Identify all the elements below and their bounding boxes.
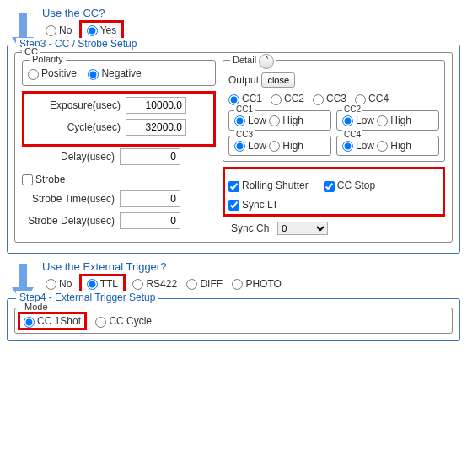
output-cc1[interactable]: CC1	[228, 93, 262, 104]
trigger-photo[interactable]: PHOTO	[232, 278, 281, 290]
cc3-high[interactable]: High	[269, 140, 303, 152]
mode-box: Mode CC 1Shot CC Cycle	[14, 308, 453, 333]
cc3-box: CC3 Low High	[228, 136, 331, 156]
strobe-delay-input[interactable]	[120, 212, 180, 229]
mode-legend: Mode	[22, 302, 51, 312]
exposure-cycle-highlight: Exposure(usec) Cycle(usec)	[22, 91, 216, 147]
cycle-label: Cycle(usec)	[28, 121, 121, 133]
use-cc-no[interactable]: No	[46, 24, 72, 36]
strobe-time-label: Strobe Time(usec)	[22, 193, 115, 205]
checks-highlight: Rolling Shutter CC Stop Sync LT	[223, 167, 445, 217]
use-ext-trigger-question: Use the External Trigger?	[42, 260, 467, 273]
output-cc3[interactable]: CC3	[313, 93, 346, 104]
detail-box: Detail ˄ Output close CC1 CC2 CC3 CC4	[223, 60, 445, 162]
cc1-box: CC1 Low High	[228, 110, 331, 131]
exposure-input[interactable]	[126, 97, 186, 114]
sync-lt-check[interactable]: Sync LT	[228, 199, 278, 211]
delay-input[interactable]	[120, 148, 180, 165]
strobe-delay-label: Strobe Delay(usec)	[22, 215, 115, 227]
trigger-no[interactable]: No	[46, 278, 72, 290]
trigger-diff[interactable]: DIFF	[186, 278, 223, 290]
collapse-up-icon[interactable]: ˄	[259, 54, 274, 69]
cc4-box: CC4 Low High	[336, 136, 439, 156]
cc-box: CC Polarity Positive Negative Exposure(u…	[14, 52, 453, 243]
exposure-label: Exposure(usec)	[28, 99, 121, 111]
rolling-shutter-check[interactable]: Rolling Shutter	[228, 179, 309, 191]
polarity-positive[interactable]: Positive	[28, 67, 77, 79]
mode-cc1shot[interactable]: CC 1Shot	[20, 314, 84, 328]
cc2-box: CC2 Low High	[336, 110, 439, 131]
output-label: Output	[228, 74, 259, 86]
trigger-rs422[interactable]: RS422	[132, 278, 177, 290]
cc4-low[interactable]: Low	[342, 140, 374, 152]
detail-legend: Detail	[233, 55, 256, 65]
cc1-high[interactable]: High	[269, 115, 303, 126]
cc2-low[interactable]: Low	[342, 115, 374, 126]
output-cc2[interactable]: CC2	[271, 93, 304, 104]
close-button[interactable]: close	[261, 72, 295, 88]
cc1-low[interactable]: Low	[234, 115, 266, 126]
sync-ch-select[interactable]: 0	[277, 222, 328, 235]
strobe-checkbox[interactable]: Strobe	[22, 174, 65, 185]
use-cc-yes[interactable]: Yes	[82, 23, 122, 38]
use-cc-question: Use the CC?	[42, 7, 467, 19]
cc4-high[interactable]: High	[377, 140, 411, 152]
cc3-low[interactable]: Low	[234, 140, 266, 152]
cc2-high[interactable]: High	[377, 115, 411, 126]
delay-label: Delay(usec)	[22, 151, 115, 163]
polarity-negative[interactable]: Negative	[88, 67, 141, 79]
step4-fieldset: Step4 - External Trigger Setup Mode CC 1…	[7, 298, 460, 340]
strobe-time-input[interactable]	[120, 190, 180, 207]
mode-cccycle[interactable]: CC Cycle	[95, 315, 152, 327]
cycle-input[interactable]	[126, 119, 186, 136]
cc-stop-check[interactable]: CC Stop	[324, 179, 375, 191]
trigger-ttl[interactable]: TTL	[82, 276, 123, 291]
step3-fieldset: Step3 - CC / Strobe Setup CC Polarity Po…	[7, 45, 460, 254]
polarity-box: Polarity Positive Negative	[22, 60, 216, 85]
output-row: Output close	[228, 72, 439, 88]
sync-ch-label: Sync Ch	[231, 222, 269, 234]
polarity-legend: Polarity	[30, 54, 66, 64]
output-cc4[interactable]: CC4	[355, 93, 389, 104]
